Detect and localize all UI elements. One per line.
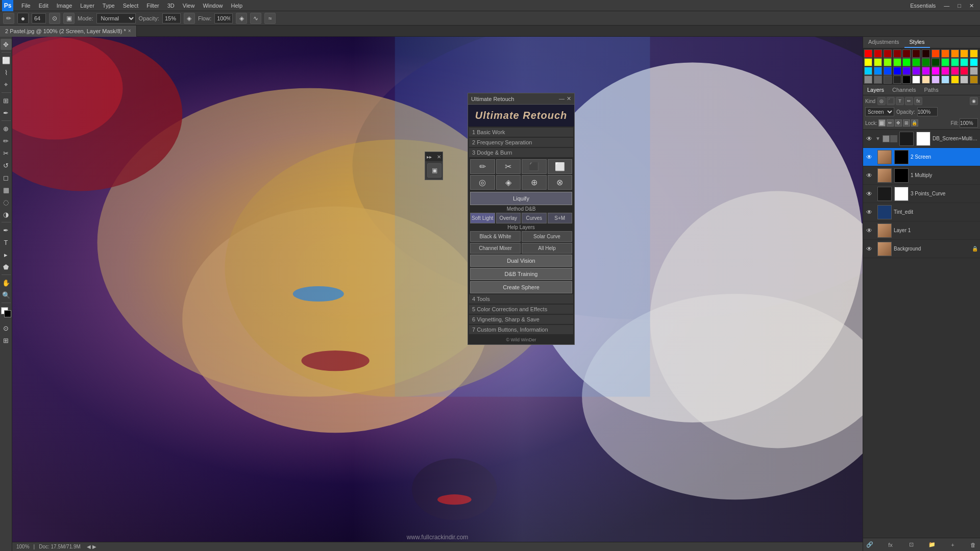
style-swatch-27[interactable] [893, 67, 901, 75]
layer-vis-3[interactable]: 👁 [865, 190, 873, 198]
layer-vis-6[interactable]: 👁 [865, 245, 873, 253]
lock-transparent-icon[interactable]: ▦ [878, 119, 886, 127]
pen-tool[interactable]: ✒ [1, 224, 12, 236]
brush-tool[interactable]: ✏ [1, 135, 12, 146]
path-selection-tool[interactable]: ▸ [1, 249, 12, 260]
gradient-tool[interactable]: ▦ [1, 184, 12, 195]
lock-all-icon[interactable]: 🔒 [911, 119, 918, 127]
layer-vis-1[interactable]: 👁 [865, 153, 873, 161]
retouch-section-4[interactable]: 4 Tools [469, 294, 573, 304]
method-curves[interactable]: Curves [522, 213, 547, 223]
win-minimize[interactable]: — [940, 0, 953, 11]
menu-help[interactable]: Help [227, 0, 247, 11]
style-swatch-42[interactable] [922, 76, 930, 84]
retouch-section-5[interactable]: 5 Color Correction and Effects [469, 305, 573, 314]
style-swatch-13[interactable] [874, 58, 882, 66]
style-swatch-16[interactable] [902, 58, 911, 66]
style-swatch-5[interactable] [912, 49, 920, 58]
style-swatch-43[interactable] [932, 76, 940, 84]
lock-position-icon[interactable]: ✥ [895, 119, 902, 127]
small-panel-close[interactable]: ✕ [437, 154, 441, 160]
layer-item-0[interactable]: 👁▼DB_Screen+Multiply [863, 130, 980, 148]
canvas-area[interactable]: www.fullcrackindir.com ▸▸ ✕ ▣ Ultimate R… [12, 37, 863, 551]
help-bw[interactable]: Black & White [470, 231, 521, 242]
fg-bg-colors[interactable] [1, 307, 11, 317]
style-swatch-20[interactable] [941, 58, 949, 66]
style-swatch-21[interactable] [951, 58, 959, 66]
smoothing-icon[interactable]: ≈ [264, 13, 276, 24]
style-swatch-18[interactable] [922, 58, 930, 66]
style-swatch-8[interactable] [941, 49, 949, 58]
opacity-value-input[interactable] [917, 107, 938, 116]
layer-item-5[interactable]: 👁Layer 1 [863, 221, 980, 240]
layer-vis-0[interactable]: 👁 [865, 135, 873, 143]
brush-presets-icon[interactable]: ▣ [63, 13, 75, 24]
brush-size-preview[interactable]: ● [17, 13, 29, 24]
menu-image[interactable]: Image [53, 0, 77, 11]
style-swatch-32[interactable] [941, 67, 949, 75]
retouch-tool-2[interactable]: ✂ [496, 159, 521, 174]
small-panel-btn1[interactable]: ▣ [427, 163, 442, 178]
menu-layer[interactable]: Layer [76, 0, 99, 11]
retouch-close-btn[interactable]: ✕ [567, 95, 571, 102]
document-tab[interactable]: 2 Pastel.jpg @ 100% (2 Screen, Layer Mas… [0, 26, 137, 37]
win-close[interactable]: ✕ [965, 0, 978, 11]
kind-filter-toggle[interactable]: ◉ [970, 97, 978, 105]
hand-tool[interactable]: ✋ [1, 277, 12, 288]
style-swatch-10[interactable] [960, 49, 968, 58]
style-swatch-3[interactable] [893, 49, 901, 58]
style-swatch-30[interactable] [922, 67, 930, 75]
style-swatch-41[interactable] [912, 76, 920, 84]
menu-filter[interactable]: Filter [142, 0, 163, 11]
style-swatch-11[interactable] [970, 49, 978, 58]
kind-filter-icon5[interactable]: fx [914, 97, 922, 105]
style-swatch-39[interactable] [893, 76, 901, 84]
healing-tool[interactable]: ⊕ [1, 123, 12, 134]
style-swatch-24[interactable] [864, 67, 872, 75]
kind-filter-icon3[interactable]: T [896, 97, 904, 105]
move-tool[interactable]: ✥ [1, 39, 12, 50]
styles-tab[interactable]: Styles [904, 37, 930, 48]
style-swatch-19[interactable] [932, 58, 940, 66]
adjustments-tab[interactable]: Adjustments [863, 37, 904, 48]
brush-options-icon[interactable]: ⊙ [49, 13, 60, 24]
essentials-label[interactable]: Essentials [906, 0, 940, 11]
style-swatch-12[interactable] [864, 58, 872, 66]
style-swatch-22[interactable] [960, 58, 968, 66]
help-channel[interactable]: Channel Mixer [470, 243, 521, 254]
layer-fx-btn[interactable]: fx [886, 540, 895, 549]
layer-vis-2[interactable]: 👁 [865, 171, 873, 180]
help-solar[interactable]: Solar Curve [522, 231, 572, 242]
style-swatch-28[interactable] [902, 67, 911, 75]
retouch-section-7[interactable]: 7 Custom Buttons, Information [469, 325, 573, 334]
style-swatch-37[interactable] [874, 76, 882, 84]
blur-tool[interactable]: ◌ [1, 196, 12, 208]
opacity-input[interactable] [162, 13, 181, 23]
method-overlay[interactable]: Overlay [496, 213, 521, 223]
style-swatch-46[interactable] [960, 76, 968, 84]
retouch-section-3[interactable]: 3 Dodge & Burn [469, 148, 573, 157]
layer-fold-0[interactable]: ▼ [875, 136, 880, 141]
layer-item-1[interactable]: 👁2 Screen [863, 148, 980, 166]
kind-filter-icon1[interactable]: ◎ [877, 97, 886, 105]
history-brush-tool[interactable]: ↺ [1, 160, 12, 171]
retouch-tool-4[interactable]: ⬜ [548, 159, 573, 174]
style-swatch-7[interactable] [932, 49, 940, 58]
layer-group-btn[interactable]: 📁 [927, 540, 937, 549]
brush-size-input[interactable] [32, 13, 46, 23]
retouch-tool-7[interactable]: ⊕ [522, 175, 547, 190]
flow-input[interactable] [214, 13, 233, 23]
retouch-tool-8[interactable]: ⊗ [548, 175, 573, 190]
kind-filter-icon2[interactable]: ⬛ [887, 97, 895, 105]
layer-delete-btn[interactable]: 🗑 [969, 540, 978, 549]
style-swatch-4[interactable] [902, 49, 911, 58]
style-swatch-25[interactable] [874, 67, 882, 75]
shape-tool[interactable]: ⬟ [1, 261, 12, 272]
clone-tool[interactable]: ✂ [1, 147, 12, 159]
eyedropper-tool[interactable]: ✒ [1, 107, 12, 118]
style-swatch-9[interactable] [951, 49, 959, 58]
lock-image-icon[interactable]: ✏ [887, 119, 894, 127]
style-swatch-36[interactable] [864, 76, 872, 84]
paths-tab[interactable]: Paths [920, 85, 943, 95]
mode-select[interactable]: Normal Multiply Screen Overlay Soft Ligh… [96, 13, 136, 23]
